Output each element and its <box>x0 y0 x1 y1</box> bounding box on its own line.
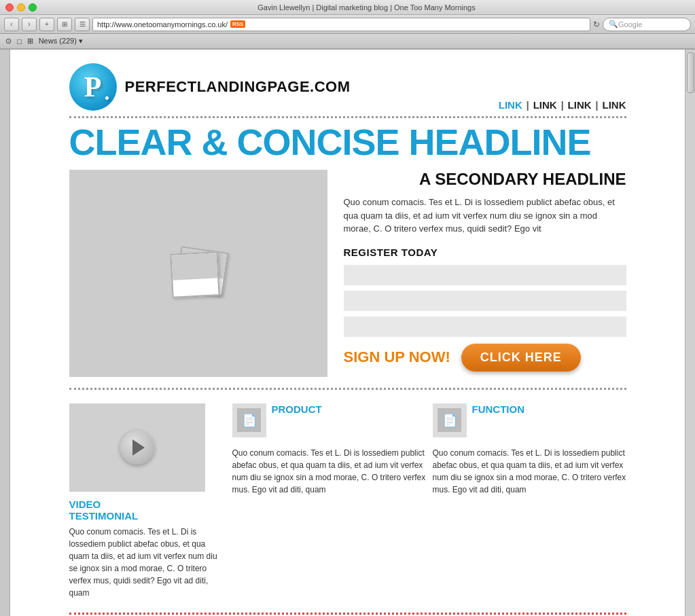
page-content: P PERFECTLANDINGPAGE.COM LINK | LINK | L… <box>10 50 685 616</box>
main-headline: CLEAR & CONCISE HEADLINE <box>69 124 626 160</box>
brand-name: PERFECTLANDINGPAGE.COM <box>125 78 351 96</box>
image-placeholder <box>69 170 327 377</box>
news-bookmark[interactable]: News (229) ▾ <box>39 37 83 46</box>
product-title: PRODUCT <box>272 403 322 415</box>
page-icon: □ <box>17 37 22 46</box>
header-row: P PERFECTLANDINGPAGE.COM LINK | LINK | L… <box>69 63 626 111</box>
two-column-section: A SECONDARY HEADLINE Quo conum comacis. … <box>69 170 626 377</box>
body-text: Quo conum comacis. Tes et L. Di is losse… <box>344 196 626 236</box>
maximize-button[interactable] <box>29 3 37 12</box>
function-icon: 📄 <box>433 403 467 437</box>
feature-columns: 📄 PRODUCT Quo conum comacis. Tes et L. D… <box>232 403 626 599</box>
rss-badge: RSS <box>230 20 245 28</box>
form-field-2[interactable] <box>344 291 626 311</box>
address-bar[interactable]: http://www.onetoomanymornings.co.uk/ RSS <box>92 18 590 31</box>
product-icon: 📄 <box>232 403 266 437</box>
close-button[interactable] <box>5 3 14 12</box>
form-field-1[interactable] <box>344 265 626 285</box>
nav-links: LINK | LINK | LINK | LINK <box>499 99 626 111</box>
function-feature: 📄 FUNCTION Quo conum comacis. Tes et L. … <box>433 403 626 599</box>
function-text: Quo conum comacis. Tes et L. Di is losse… <box>433 447 626 496</box>
play-button[interactable] <box>120 431 154 465</box>
play-icon <box>132 439 145 456</box>
bookmarks-bar: ⊙ □ ⊞ News (229) ▾ <box>0 34 695 49</box>
above-fold-section: ABOVE THE FOLD <box>69 613 626 617</box>
title-bar: Gavin Llewellyn | Digital marketing blog… <box>0 0 695 15</box>
function-title: FUNCTION <box>472 403 525 415</box>
right-scrollbar[interactable] <box>685 50 695 616</box>
browser-chrome: Gavin Llewellyn | Digital marketing blog… <box>0 0 695 50</box>
bottom-section: VIDEO TESTIMONIAL Quo conum comacis. Tes… <box>69 388 626 613</box>
minimize-button[interactable] <box>17 3 25 12</box>
form-field-3[interactable] <box>344 316 626 337</box>
url-text: http://www.onetoomanymornings.co.uk/ <box>97 20 228 29</box>
refresh-button[interactable]: ↻ <box>593 20 600 29</box>
page-wrapper: P PERFECTLANDINGPAGE.COM LINK | LINK | L… <box>0 50 695 616</box>
function-header: 📄 FUNCTION <box>433 403 626 443</box>
sign-up-text: SIGN UP NOW! <box>344 348 450 366</box>
image-icon <box>168 246 229 300</box>
right-column: A SECONDARY HEADLINE Quo conum comacis. … <box>344 170 626 377</box>
video-thumbnail[interactable] <box>69 403 205 492</box>
forward-button[interactable]: › <box>22 18 37 31</box>
nav-link-3[interactable]: LINK <box>568 99 592 111</box>
search-placeholder: Google <box>618 20 642 29</box>
nav-link-2[interactable]: LINK <box>533 99 557 111</box>
back-button[interactable]: ‹ <box>4 18 19 31</box>
home-icon: ⊙ <box>5 37 12 46</box>
search-icon: 🔍 <box>609 20 618 29</box>
reader-button[interactable]: ⊞ <box>57 18 72 31</box>
click-here-button[interactable]: CLICK HERE <box>461 344 581 372</box>
video-column: VIDEO TESTIMONIAL Quo conum comacis. Tes… <box>69 403 219 599</box>
product-header: 📄 PRODUCT <box>232 403 426 443</box>
product-text: Quo conum comacis. Tes et L. Di is losse… <box>232 447 426 496</box>
left-scrollbar <box>0 50 10 616</box>
scrollbar-thumb[interactable] <box>687 52 694 93</box>
toolbar: ‹ › + ⊞ ☰ http://www.onetoomanymornings.… <box>0 15 695 34</box>
image-card-front <box>170 251 219 298</box>
header-divider <box>69 116 626 118</box>
cta-row: SIGN UP NOW! CLICK HERE <box>344 344 626 372</box>
nav-link-1[interactable]: LINK <box>499 99 522 111</box>
video-text: Quo conum comacis. Tes et L. Di is losse… <box>69 526 219 599</box>
product-feature: 📄 PRODUCT Quo conum comacis. Tes et L. D… <box>232 403 426 599</box>
landing-page: P PERFECTLANDINGPAGE.COM LINK | LINK | L… <box>56 50 640 616</box>
bookmark-list-button[interactable]: ☰ <box>75 18 90 31</box>
register-label: REGISTER TODAY <box>344 247 626 258</box>
logo: P <box>69 63 117 111</box>
video-title: VIDEO TESTIMONIAL <box>69 499 219 522</box>
document-icon: 📄 <box>242 413 257 428</box>
secondary-headline: A SECONDARY HEADLINE <box>344 170 626 189</box>
search-bar[interactable]: 🔍 Google <box>603 18 691 31</box>
add-tab-button[interactable]: + <box>39 18 54 31</box>
traffic-lights <box>5 3 37 12</box>
function-doc-icon: 📄 <box>442 413 457 428</box>
page-title: Gavin Llewellyn | Digital marketing blog… <box>43 3 690 12</box>
nav-link-4[interactable]: LINK <box>603 99 626 111</box>
grid-icon: ⊞ <box>27 37 33 46</box>
